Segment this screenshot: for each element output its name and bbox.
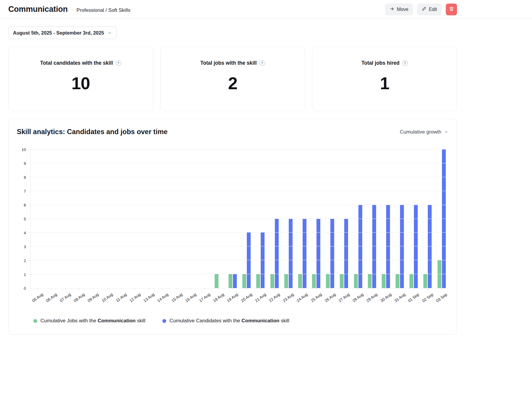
y-axis-label: 8: [24, 175, 26, 180]
help-icon[interactable]: ?: [116, 60, 121, 66]
bar-group-18-aug: [212, 149, 226, 288]
chart-card: Skill analytics: Candidates and jobs ove…: [8, 119, 457, 335]
edit-button[interactable]: Edit: [417, 4, 442, 15]
bar-group-25-aug: [309, 149, 323, 288]
stat-card-candidates: Total candidates with the skill ? 10: [8, 47, 153, 111]
stat-value: 10: [14, 73, 147, 93]
gridline: [31, 205, 448, 205]
bar-group-09-aug: [87, 149, 100, 288]
date-range-selector[interactable]: August 5th, 2025 - September 3rd, 2025: [8, 27, 117, 39]
date-range-label: August 5th, 2025 - September 3rd, 2025: [13, 30, 104, 36]
x-axis-cell: 07 Aug: [58, 288, 72, 310]
chart-plot-wrap: 05 Aug06 Aug07 Aug08 Aug09 Aug10 Aug11 A…: [30, 149, 448, 310]
x-axis-cell: 21 Aug: [253, 288, 267, 310]
y-axis-label: 5: [24, 217, 26, 221]
x-axis-cell: 23 Aug: [281, 288, 295, 310]
y-axis-label: 0: [24, 286, 26, 291]
bar-jobs: [229, 274, 232, 288]
legend-dot-candidates: [162, 319, 166, 323]
bar-group-22-aug: [267, 149, 281, 288]
x-axis-label: 09 Aug: [87, 292, 99, 303]
bar-candidates: [316, 219, 320, 288]
x-axis-cell: 13 Aug: [142, 288, 156, 310]
chart-y-axis: 012345678910: [17, 149, 30, 288]
page-title: Communication: [8, 5, 68, 14]
legend-dot-jobs: [33, 319, 37, 323]
x-axis-cell: 15 Aug: [170, 288, 184, 310]
chart-x-axis: 05 Aug06 Aug07 Aug08 Aug09 Aug10 Aug11 A…: [30, 288, 448, 310]
pencil-icon: [422, 6, 426, 12]
stat-card-hired: Total jobs hired ? 1: [312, 47, 457, 111]
bar-group-28-aug: [351, 149, 365, 288]
bar-group-14-aug: [156, 149, 170, 288]
bar-group-29-aug: [365, 149, 379, 288]
x-axis-cell: 22 Aug: [267, 288, 281, 310]
x-axis-label: 06 Aug: [45, 292, 58, 303]
gridline: [31, 219, 448, 219]
bar-jobs: [215, 274, 218, 288]
bar-jobs: [284, 274, 288, 288]
move-button-label: Move: [397, 7, 408, 12]
x-axis-label: 14 Aug: [156, 292, 169, 303]
bar-candidates: [275, 219, 279, 288]
chart-bars: [31, 149, 448, 288]
bar-group-20-aug: [240, 149, 254, 288]
x-axis-label: 29 Aug: [365, 292, 378, 303]
delete-button[interactable]: [446, 4, 457, 15]
bar-candidates: [344, 219, 348, 288]
bar-group-26-aug: [323, 149, 337, 288]
bar-candidates: [289, 219, 293, 288]
bar-jobs: [396, 274, 399, 288]
move-button[interactable]: Move: [385, 4, 413, 15]
x-axis-cell: 20 Aug: [239, 288, 253, 310]
x-axis-cell: 12 Aug: [128, 288, 142, 310]
x-axis-label: 20 Aug: [240, 292, 253, 303]
bar-candidates: [303, 219, 306, 288]
gridline: [31, 232, 448, 232]
bar-jobs: [340, 274, 344, 288]
x-axis-label: 12 Aug: [129, 292, 141, 303]
legend-text-suffix: skill: [279, 318, 289, 323]
help-icon[interactable]: ?: [402, 60, 408, 66]
help-icon[interactable]: ?: [260, 60, 265, 66]
bar-jobs: [382, 274, 386, 288]
x-axis-label: 07 Aug: [59, 292, 72, 303]
chart-legend: Cumulative Jobs with the Communication s…: [17, 318, 448, 324]
y-axis-label: 9: [24, 161, 26, 166]
header-title-group: Communication · Professional / Soft Skil…: [8, 5, 130, 14]
main-content: August 5th, 2025 - September 3rd, 2025 T…: [0, 19, 465, 335]
stat-label: Total candidates with the skill: [40, 60, 113, 66]
x-axis-label: 24 Aug: [296, 292, 309, 303]
gridline: [31, 177, 448, 177]
x-axis-label: 13 Aug: [143, 292, 155, 303]
chevron-down-icon: [444, 130, 448, 134]
stat-card-jobs: Total jobs with the skill ? 2: [160, 47, 305, 111]
x-axis-cell: 19 Aug: [226, 288, 239, 310]
x-axis-cell: 18 Aug: [212, 288, 226, 310]
bar-candidates: [247, 232, 251, 288]
x-axis-cell: 06 Aug: [44, 288, 58, 310]
x-axis-cell: 09 Aug: [86, 288, 100, 310]
y-axis-label: 3: [24, 245, 26, 249]
x-axis-label: 28 Aug: [352, 292, 364, 303]
chart-header: Skill analytics: Candidates and jobs ove…: [17, 128, 448, 136]
bar-candidates: [261, 232, 265, 288]
bar-jobs: [256, 274, 260, 288]
x-axis-cell: 31 Aug: [393, 288, 407, 310]
x-axis-cell: 11 Aug: [114, 288, 128, 310]
stat-label-row: Total jobs with the skill ?: [167, 60, 299, 66]
chart: 012345678910 05 Aug06 Aug07 Aug08 Aug09 …: [17, 149, 448, 310]
bar-group-05-aug: [31, 149, 45, 288]
header-inner: Communication · Professional / Soft Skil…: [0, 0, 465, 19]
y-axis-label: 1: [24, 272, 26, 277]
chart-mode-selector[interactable]: Cumulative growth: [400, 129, 448, 135]
stat-label-row: Total jobs hired ?: [318, 60, 451, 66]
x-axis-cell: 08 Aug: [72, 288, 86, 310]
y-axis-label: 4: [24, 231, 26, 235]
legend-item-candidates: Cumulative Candidates with the Communica…: [162, 318, 289, 324]
x-axis-label: 18 Aug: [212, 292, 225, 303]
bar-jobs: [312, 274, 316, 288]
x-axis-cell: 17 Aug: [198, 288, 211, 310]
gridline: [31, 163, 448, 163]
bar-group-16-aug: [184, 149, 198, 288]
